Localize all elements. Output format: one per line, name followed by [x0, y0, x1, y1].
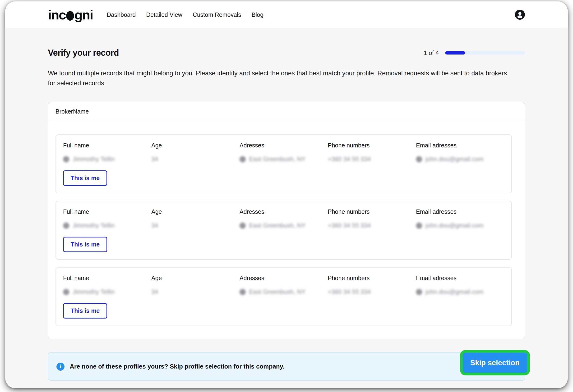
navbar: inc gni Dashboard Detailed View Custom R…: [5, 1, 568, 28]
field-label-adresses: Adresses: [240, 275, 328, 282]
field-age: Age 34: [151, 142, 240, 163]
email-icon: [416, 156, 422, 162]
progress-group: 1 of 4: [424, 49, 525, 57]
field-age: Age 34: [151, 275, 240, 296]
field-email-adresses: Email adresses john.dou@gmail.com: [416, 142, 504, 163]
field-label-age: Age: [151, 142, 240, 149]
field-adresses: Adresses East Greenbush, NY: [240, 208, 328, 229]
field-value-adresses-blurred: East Greenbush, NY: [240, 288, 328, 296]
broker-card: BrokerName Full name Jimmothy Tellin: [48, 102, 525, 339]
incogni-logo[interactable]: inc gni: [48, 7, 93, 22]
page-title: Verify your record: [48, 48, 119, 58]
field-adresses: Adresses East Greenbush, NY: [240, 142, 328, 163]
field-phone-numbers: Phone numbers +360 34 55 334: [328, 142, 416, 163]
info-icon: i: [56, 363, 65, 371]
field-value-email-adresses-blurred: john.dou@gmail.com: [416, 222, 504, 229]
skip-info-text: Are none of these profiles yours? Skip p…: [70, 363, 284, 370]
progress-bar: [445, 51, 525, 54]
field-value-adresses-blurred: East Greenbush, NY: [240, 155, 328, 163]
field-value-phone-numbers-blurred: +360 34 55 334: [328, 222, 416, 229]
field-phone-numbers: Phone numbers +360 34 55 334: [328, 208, 416, 229]
this-is-me-button[interactable]: This is me: [63, 303, 107, 319]
field-value-phone-numbers-blurred: +360 34 55 334: [328, 155, 416, 163]
field-value-age-blurred: 34: [151, 288, 240, 296]
title-row: Verify your record 1 of 4: [48, 48, 525, 58]
record-fields: Full name Jimmothy Tellin Age 34: [63, 208, 504, 229]
this-is-me-button[interactable]: This is me: [63, 170, 107, 186]
field-label-email-adresses: Email adresses: [416, 275, 504, 282]
account-avatar-icon[interactable]: [515, 9, 525, 20]
field-value-adresses-blurred: East Greenbush, NY: [240, 222, 328, 229]
progress-fill: [445, 51, 465, 54]
field-label-phone-numbers: Phone numbers: [328, 208, 416, 215]
field-value-age-blurred: 34: [151, 222, 240, 229]
location-pin-icon: [240, 289, 246, 295]
field-label-full-name: Full name: [63, 208, 151, 215]
avatar-icon: [63, 222, 69, 229]
nav-item-custom-removals[interactable]: Custom Removals: [193, 11, 241, 18]
progress-label: 1 of 4: [424, 49, 439, 57]
field-label-phone-numbers: Phone numbers: [328, 275, 416, 282]
field-label-full-name: Full name: [63, 142, 151, 149]
field-label-adresses: Adresses: [240, 208, 328, 215]
field-value-age-blurred: 34: [151, 155, 240, 163]
record-fields: Full name Jimmothy Tellin Age 34: [63, 275, 504, 296]
this-is-me-button[interactable]: This is me: [63, 237, 107, 252]
field-value-phone-numbers-blurred: +360 34 55 334: [328, 288, 416, 296]
location-pin-icon: [240, 222, 246, 229]
field-phone-numbers: Phone numbers +360 34 55 334: [328, 275, 416, 296]
nav-item-blog[interactable]: Blog: [252, 11, 264, 18]
logo-dot-icon: [66, 11, 74, 21]
field-full-name: Full name Jimmothy Tellin: [63, 275, 151, 296]
field-full-name: Full name Jimmothy Tellin: [63, 142, 151, 163]
location-pin-icon: [240, 156, 246, 162]
main-content: Verify your record 1 of 4 We found multi…: [5, 28, 568, 381]
field-value-full-name-blurred: Jimmothy Tellin: [63, 288, 151, 296]
record-card: Full name Jimmothy Tellin Age 34: [55, 267, 512, 326]
field-label-age: Age: [151, 208, 240, 215]
record-card: Full name Jimmothy Tellin Age 34: [55, 201, 512, 260]
field-label-email-adresses: Email adresses: [416, 142, 504, 149]
app-window: inc gni Dashboard Detailed View Custom R…: [5, 1, 568, 388]
page-description: We found multiple records that might bel…: [48, 68, 513, 88]
field-email-adresses: Email adresses john.dou@gmail.com: [416, 275, 504, 296]
skip-button-highlight: Skip selection: [460, 350, 530, 375]
email-icon: [416, 222, 422, 229]
field-email-adresses: Email adresses john.dou@gmail.com: [416, 208, 504, 229]
records-list: Full name Jimmothy Tellin Age 34: [48, 121, 525, 339]
avatar-icon: [63, 289, 69, 295]
record-card: Full name Jimmothy Tellin Age 34: [55, 134, 512, 193]
logo-text-pre: inc: [48, 7, 66, 22]
broker-name: BrokerName: [48, 102, 525, 121]
nav-item-dashboard[interactable]: Dashboard: [107, 11, 136, 18]
field-full-name: Full name Jimmothy Tellin: [63, 208, 151, 229]
field-value-email-adresses-blurred: john.dou@gmail.com: [416, 288, 504, 296]
field-label-adresses: Adresses: [240, 142, 328, 149]
nav-item-detailed-view[interactable]: Detailed View: [146, 11, 182, 18]
field-age: Age 34: [151, 208, 240, 229]
field-label-full-name: Full name: [63, 275, 151, 282]
field-label-age: Age: [151, 275, 240, 282]
field-value-full-name-blurred: Jimmothy Tellin: [63, 222, 151, 229]
field-value-full-name-blurred: Jimmothy Tellin: [63, 155, 151, 163]
skip-selection-button[interactable]: Skip selection: [463, 353, 527, 373]
logo-text-post: gni: [74, 7, 93, 22]
avatar-icon: [63, 156, 69, 162]
record-fields: Full name Jimmothy Tellin Age 34: [63, 142, 504, 163]
field-value-email-adresses-blurred: john.dou@gmail.com: [416, 155, 504, 163]
field-label-email-adresses: Email adresses: [416, 208, 504, 215]
skip-info-banner: i Are none of these profiles yours? Skip…: [48, 352, 525, 381]
field-label-phone-numbers: Phone numbers: [328, 142, 416, 149]
email-icon: [416, 289, 422, 295]
nav-links: Dashboard Detailed View Custom Removals …: [107, 11, 264, 18]
field-adresses: Adresses East Greenbush, NY: [240, 275, 328, 296]
